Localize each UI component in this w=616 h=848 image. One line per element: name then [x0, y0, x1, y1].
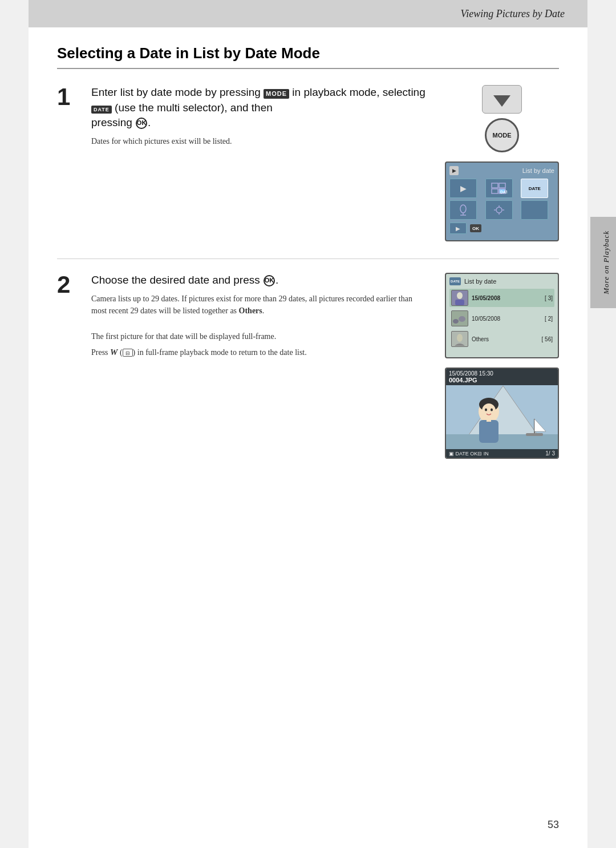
- cs1-multiframe: DATE: [485, 179, 513, 198]
- cs1-settings: [485, 200, 513, 220]
- main-content: Selecting a Date in List by Date Mode 1 …: [29, 27, 587, 504]
- step-2: 2 Choose the desired date and press OK. …: [57, 273, 559, 459]
- step-1: 1 Enter list by date mode by pressing MO…: [57, 85, 559, 241]
- cs2-thumb-3: [451, 331, 468, 347]
- svg-rect-27: [526, 433, 543, 436]
- cs2-thumb-2: [451, 310, 468, 326]
- step-2-description: Camera lists up to 29 dates. If pictures…: [91, 293, 428, 317]
- step-divider: [57, 259, 559, 259]
- cs2-title: List by date: [464, 278, 496, 285]
- camera-screen-3: 15/05/2008 15:30 0004.JPG: [445, 368, 559, 459]
- cs1-empty: [521, 200, 548, 220]
- step-1-title: Enter list by date mode by pressing MODE…: [91, 85, 428, 131]
- cs1-ok-label: OK: [470, 224, 481, 232]
- cs1-mic: [449, 200, 477, 220]
- svg-text:DATE: DATE: [500, 190, 507, 194]
- step-2-para3: Press W (⊟) in full-frame playback mode …: [91, 346, 428, 359]
- cs2-info-1: 15/05/2008: [472, 295, 541, 301]
- section-title: Viewing Pictures by Date: [461, 8, 565, 20]
- svg-rect-34: [487, 417, 491, 422]
- cs3-filename: 0004.JPG: [449, 377, 555, 383]
- cs2-count-1: [ 3]: [545, 295, 553, 301]
- page: Viewing Pictures by Date More on Playbac…: [29, 0, 587, 848]
- svg-point-31: [485, 409, 487, 411]
- cs2-row-2: 10/05/2008 [ 2]: [449, 309, 554, 328]
- chapter-title: Selecting a Date in List by Date Mode: [57, 45, 559, 69]
- cs3-top-bar: 15/05/2008 15:30 0004.JPG: [446, 369, 558, 385]
- svg-point-9: [496, 207, 502, 213]
- svg-rect-2: [499, 183, 505, 188]
- cs2-thumb-1: [451, 290, 468, 306]
- cs1-title: List by date: [522, 167, 554, 174]
- cs3-icons: ▣ DATE OK⊟ IN: [449, 451, 489, 457]
- cs1-menu-grid: ▶ DATE D: [449, 179, 554, 220]
- svg-point-18: [453, 319, 459, 324]
- cs2-info-others: Others: [472, 336, 538, 342]
- svg-point-21: [457, 334, 463, 342]
- step-1-number: 1: [57, 85, 80, 241]
- side-tab: More on Playback: [590, 217, 616, 308]
- step-2-content: Choose the desired date and press OK. Ca…: [91, 273, 559, 459]
- cs2-date-icon: DATE: [449, 277, 461, 285]
- step-1-content: Enter list by date mode by pressing MODE…: [91, 85, 559, 241]
- down-arrow-icon: [491, 91, 513, 108]
- cs2-row-3: Others [ 56]: [449, 330, 554, 348]
- svg-rect-33: [479, 420, 499, 443]
- step-2-title: Choose the desired date and press OK.: [91, 273, 428, 288]
- cs1-play: ▶: [449, 179, 477, 198]
- svg-point-6: [460, 205, 466, 213]
- cs2-row-1: 15/05/2008 [ 3]: [449, 289, 554, 307]
- mode-button: MODE: [485, 118, 519, 152]
- cs1-date-highlighted: DATE: [521, 179, 548, 198]
- camera-screen-1: ▶ List by date ▶: [445, 161, 559, 241]
- svg-point-19: [459, 316, 465, 322]
- cs2-info-2: 10/05/2008: [472, 316, 541, 322]
- side-tab-label: More on Playback: [602, 231, 611, 294]
- ok-button-icon: OK: [136, 118, 147, 129]
- mode-key: MODE: [264, 89, 289, 99]
- svg-rect-3: [492, 189, 498, 193]
- date-key: DATE: [91, 106, 112, 114]
- step-2-number: 2: [57, 273, 80, 459]
- cs2-count-others: [ 56]: [542, 336, 553, 342]
- svg-point-32: [491, 409, 493, 411]
- step-1-description: Dates for which pictures exist will be l…: [91, 135, 428, 147]
- cs1-bottom-play: ▶: [449, 223, 467, 234]
- cs3-bottom-bar: ▣ DATE OK⊟ IN 1/ 3: [446, 449, 558, 458]
- camera-screen-2: DATE List by date: [445, 273, 559, 358]
- svg-marker-0: [493, 95, 510, 107]
- play-icon: ▶: [449, 166, 459, 175]
- cs3-timestamp: 15/05/2008 15:30: [449, 370, 555, 377]
- ok-button-icon-2: OK: [264, 275, 275, 286]
- top-bar: Viewing Pictures by Date: [29, 0, 587, 27]
- svg-point-15: [457, 292, 463, 299]
- cs2-count-2: [ 2]: [545, 316, 553, 322]
- svg-rect-1: [492, 183, 498, 188]
- step-2-para2: The first picture for that date will be …: [91, 330, 428, 342]
- page-number: 53: [548, 819, 559, 831]
- cs3-frame-info: 1/ 3: [545, 450, 555, 457]
- svg-point-30: [482, 403, 496, 418]
- svg-rect-16: [455, 300, 464, 305]
